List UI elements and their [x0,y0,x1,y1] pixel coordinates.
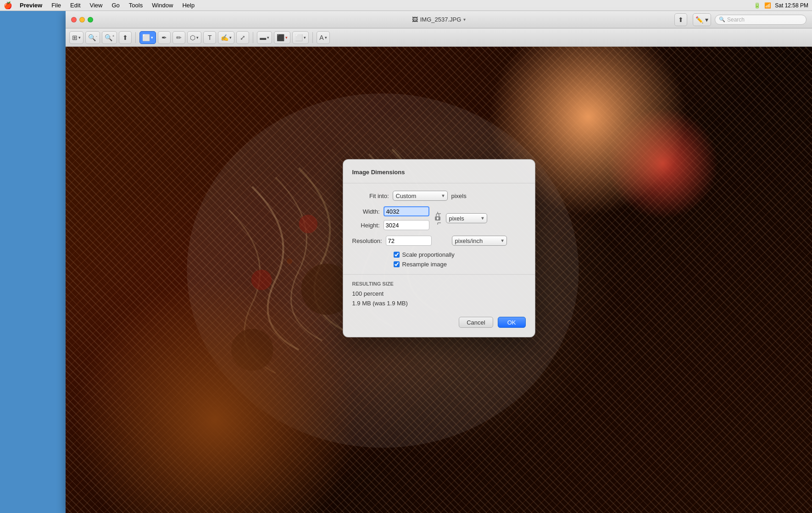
cancel-button[interactable]: Cancel [459,317,493,328]
search-box[interactable]: 🔍 Search [715,15,806,25]
chevron-icon-2: ▾ [196,35,199,40]
height-input[interactable] [384,220,429,230]
svg-rect-14 [437,218,438,220]
minimize-button[interactable] [79,17,85,22]
height-label: Height: [352,222,380,229]
dialog-body: Fit into: Custom ▼ pixels Width: [343,191,535,268]
sidebar-area [0,11,66,513]
menu-file[interactable]: File [48,1,65,10]
resolution-input[interactable] [386,236,432,246]
zoom-in-icon: 🔍+ [105,34,115,41]
menu-go[interactable]: Go [108,1,123,10]
svg-point-5 [231,329,273,371]
adjust-button[interactable]: ⤢ [236,31,249,44]
toolbar: ⊞ ▾ 🔍- 🔍+ ⬆ ⬜ ▾ ✒ ✏ ⬡ ▾ T ✍ [66,28,812,47]
height-row: Height: [352,220,429,230]
fit-into-select[interactable]: Custom [393,191,448,201]
scale-proportionally-checkbox[interactable] [394,252,400,258]
file-icon: 🖼 [412,16,418,23]
fill-chevron: ▾ [285,35,288,40]
separator-2 [253,32,253,43]
share-button[interactable]: ⬆ [674,13,687,26]
pencil-icon: ✏ [176,34,182,41]
battery-indicator: 🔋 [754,2,761,9]
adjust-icon: ⤢ [240,34,245,41]
titlebar-right: ⬆ ✏️ ▾ 🔍 Search [674,13,806,26]
resample-image-row: Resample image [394,261,526,268]
fit-into-label: Fit into: [352,193,389,199]
text-icon: T [208,34,212,41]
border-style-button[interactable]: ▬ ▾ [257,31,272,44]
separator-3 [312,32,313,43]
markup-button[interactable]: ✏️ ▾ [693,13,711,26]
apple-menu-icon[interactable]: 🍎 [4,1,12,10]
width-row: Width: [352,206,429,216]
shapes-icon: ⬡ [190,34,195,41]
menu-view[interactable]: View [86,1,106,10]
separator-1 [135,32,136,43]
resulting-size-section: Resulting Size 100 percent 1.9 MB (was 1… [343,281,535,307]
lock-icon-wrapper [433,212,442,225]
traffic-lights [71,17,93,22]
menu-help[interactable]: Help [178,1,198,10]
dimension-unit-select[interactable]: pixels [446,213,487,223]
resolution-unit-select[interactable]: pixels/inch [452,236,507,246]
pen-icon: ✒ [161,34,167,41]
close-button[interactable] [71,17,77,22]
fill-button[interactable]: ⬛ ▾ [274,31,290,44]
fit-into-unit: pixels [451,193,467,199]
view-mode-button[interactable]: ⊞ ▾ [69,31,83,44]
maximize-button[interactable] [88,17,93,22]
zoom-out-icon: 🔍- [88,34,97,41]
pen-tool-button[interactable]: ✒ [158,31,171,44]
image-dimensions-dialog: Image Dimensions Fit into: Custom ▼ pixe… [343,159,535,337]
pencil-button[interactable]: ✏ [172,31,185,44]
app-window: 🖼 IMG_2537.JPG ▾ ⬆ ✏️ ▾ 🔍 Search ⊞ ▾ 🔍- … [66,11,812,513]
dimension-section: Width: Height: [352,206,526,230]
border-icon: ▬ [260,34,266,41]
menu-window[interactable]: Window [148,1,177,10]
signature-button[interactable]: ✍ ▾ [218,31,234,44]
border-button[interactable]: ⬜ ▾ [292,31,309,44]
width-input[interactable] [384,206,429,216]
window-title: 🖼 IMG_2537.JPG ▾ [412,16,466,23]
menu-edit[interactable]: Edit [67,1,84,10]
font-button[interactable]: A ▾ [317,31,329,44]
zoom-in-button[interactable]: 🔍+ [102,31,117,44]
menu-preview[interactable]: Preview [16,1,46,10]
wifi-icon: 📶 [764,2,771,9]
border-chevron: ▾ [267,35,269,40]
fit-into-select-wrapper[interactable]: Custom ▼ [393,191,448,201]
titlebar: 🖼 IMG_2537.JPG ▾ ⬆ ✏️ ▾ 🔍 Search [66,11,812,28]
svg-point-1 [299,215,317,233]
menu-tools[interactable]: Tools [125,1,146,10]
resolution-row: Resolution: pixels/inch ▼ [352,236,526,246]
fill-icon: ⬛ [277,34,284,41]
zoom-out-button[interactable]: 🔍- [85,31,100,44]
section-divider [343,274,535,275]
export-button[interactable]: ⬆ [119,31,132,44]
svg-point-3 [251,270,272,290]
ok-button[interactable]: OK [498,317,526,328]
rect-icon: ⬜ [142,34,150,41]
chevron-down-icon: ▾ [78,35,81,40]
shapes-button[interactable]: ⬡ ▾ [187,31,201,44]
res-unit-wrapper[interactable]: pixels/inch ▼ [452,236,507,246]
font-chevron: ▾ [325,35,327,40]
fit-into-row: Fit into: Custom ▼ pixels [352,191,526,201]
font-icon: A [319,34,323,41]
result-size: 1.9 MB (was 1.9 MB) [352,300,526,307]
share-icon: ⬆ [122,34,128,41]
rect-select-button[interactable]: ⬜ ▾ [139,31,156,44]
text-button[interactable]: T [203,31,216,44]
border2-icon: ⬜ [295,34,303,41]
dimension-unit-wrapper[interactable]: pixels ▼ [446,213,487,223]
dialog-footer: Cancel OK [343,309,535,328]
aspect-ratio-lock-icon [434,212,442,225]
chevron-icon: ▾ [151,35,153,40]
result-percent: 100 percent [352,290,526,297]
svg-point-7 [287,259,292,264]
menubar: 🍎 Preview File Edit View Go Tools Window… [0,0,812,11]
scale-proportionally-row: Scale proportionally [394,251,526,258]
resample-image-checkbox[interactable] [394,261,400,267]
